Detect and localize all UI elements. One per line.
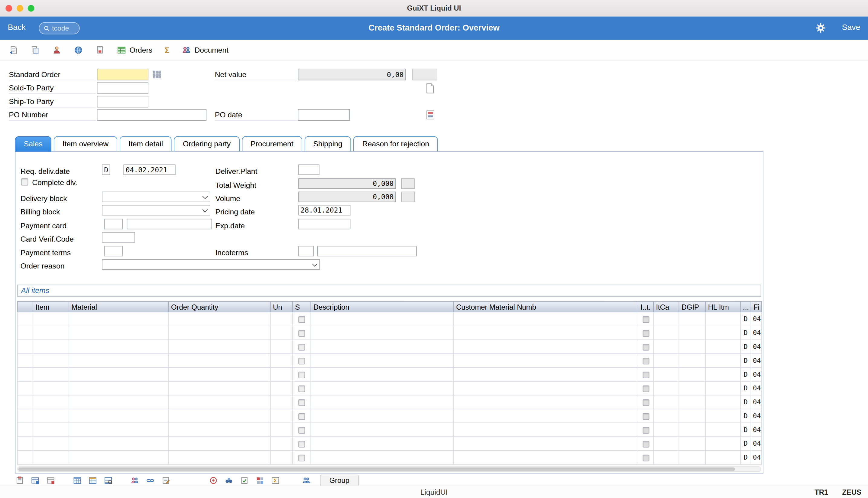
it-checkbox[interactable]	[642, 344, 649, 351]
description-cell[interactable]	[311, 367, 454, 381]
tab-procurement[interactable]: Procurement	[242, 136, 302, 151]
itca-cell[interactable]	[653, 312, 679, 326]
date-type-cell[interactable]: D	[740, 353, 751, 367]
date-type-cell[interactable]: D	[740, 423, 751, 437]
standard-order-input[interactable]	[97, 69, 148, 80]
item-cell[interactable]	[33, 409, 69, 423]
dgip-cell[interactable]	[679, 395, 705, 409]
it-cell[interactable]	[638, 423, 653, 437]
item-cell[interactable]	[33, 367, 69, 381]
un-cell[interactable]	[270, 340, 293, 354]
colored-document-icon[interactable]	[426, 110, 435, 120]
row-selector[interactable]	[17, 367, 33, 381]
s-checkbox[interactable]	[298, 371, 305, 378]
un-cell[interactable]	[270, 367, 293, 381]
order-quantity-cell[interactable]	[169, 409, 270, 423]
it-cell[interactable]	[638, 450, 653, 464]
material-cell[interactable]	[69, 312, 169, 326]
first-date-cell[interactable]: 04	[751, 423, 762, 437]
description-cell[interactable]	[311, 423, 454, 437]
description-cell[interactable]	[311, 353, 454, 367]
it-checkbox[interactable]	[642, 385, 649, 392]
window-minimize-button[interactable]	[17, 5, 23, 12]
date-type-cell[interactable]: D	[740, 312, 751, 326]
tab-item-overview[interactable]: Item overview	[53, 136, 117, 151]
customer-material-cell[interactable]	[454, 409, 638, 423]
order-quantity-cell[interactable]	[169, 437, 270, 450]
it-checkbox[interactable]	[642, 316, 649, 323]
hl-itm-cell[interactable]	[705, 450, 740, 464]
column-header-it[interactable]: I..t.	[638, 301, 653, 312]
date-type-cell[interactable]: D	[740, 437, 751, 450]
item-cell[interactable]	[33, 450, 69, 464]
column-header-itca[interactable]: ItCa	[653, 301, 679, 312]
window-zoom-button[interactable]	[28, 5, 35, 12]
po-number-input[interactable]	[97, 109, 207, 121]
s-cell[interactable]	[293, 423, 311, 437]
column-header-fi[interactable]: Fi	[751, 301, 762, 312]
customer-material-cell[interactable]	[454, 353, 638, 367]
description-cell[interactable]	[311, 381, 454, 395]
customer-material-cell[interactable]	[454, 381, 638, 395]
order-quantity-cell[interactable]	[169, 381, 270, 395]
table-insert-icon[interactable]	[73, 476, 81, 484]
order-quantity-cell[interactable]	[169, 423, 270, 437]
payment-card-type-input[interactable]	[104, 219, 123, 229]
target-icon[interactable]	[209, 476, 217, 484]
item-cell[interactable]	[33, 395, 69, 409]
s-cell[interactable]	[293, 437, 311, 450]
incoterms-part2-input[interactable]	[317, 246, 417, 257]
material-cell[interactable]	[69, 340, 169, 354]
item-cell[interactable]	[33, 381, 69, 395]
grid-icon[interactable]	[256, 476, 264, 484]
items-hscrollbar[interactable]	[17, 466, 761, 472]
material-cell[interactable]	[69, 367, 169, 381]
s-checkbox[interactable]	[298, 316, 305, 323]
un-cell[interactable]	[270, 381, 293, 395]
row-selector[interactable]	[17, 450, 33, 464]
sum-icon[interactable]: Σ	[164, 45, 170, 55]
it-cell[interactable]	[638, 437, 653, 450]
itca-cell[interactable]	[653, 367, 679, 381]
item-cell[interactable]	[33, 437, 69, 450]
s-cell[interactable]	[293, 367, 311, 381]
billing-block-select[interactable]	[102, 205, 210, 215]
order-quantity-cell[interactable]	[169, 395, 270, 409]
hl-itm-cell[interactable]	[705, 381, 740, 395]
s-checkbox[interactable]	[298, 455, 305, 461]
material-cell[interactable]	[69, 381, 169, 395]
dgip-cell[interactable]	[679, 340, 705, 354]
hl-itm-cell[interactable]	[705, 437, 740, 450]
table-detail-icon[interactable]	[104, 476, 112, 484]
it-cell[interactable]	[638, 340, 653, 354]
customer-material-cell[interactable]	[454, 312, 638, 326]
hl-itm-cell[interactable]	[705, 353, 740, 367]
card-verif-code-input[interactable]	[102, 232, 135, 243]
first-date-cell[interactable]: 04	[751, 340, 762, 354]
order-quantity-cell[interactable]	[169, 312, 270, 326]
it-checkbox[interactable]	[642, 357, 649, 364]
date-type-cell[interactable]: D	[740, 395, 751, 409]
s-checkbox[interactable]	[298, 385, 305, 392]
column-header-order-quantity[interactable]: Order Quantity	[169, 301, 270, 312]
dgip-cell[interactable]	[679, 353, 705, 367]
customer-material-cell[interactable]	[454, 437, 638, 450]
dgip-cell[interactable]	[679, 409, 705, 423]
binoculars-icon[interactable]	[225, 476, 233, 484]
group-button[interactable]: Group	[320, 475, 359, 486]
hl-itm-cell[interactable]	[705, 395, 740, 409]
itca-cell[interactable]	[653, 450, 679, 464]
it-checkbox[interactable]	[642, 371, 649, 378]
itca-cell[interactable]	[653, 437, 679, 450]
row-selector[interactable]	[17, 312, 33, 326]
first-date-cell[interactable]: 04	[751, 437, 762, 450]
business-partner-icon[interactable]	[52, 45, 61, 55]
tab-item-detail[interactable]: Item detail	[120, 136, 172, 151]
dgip-cell[interactable]	[679, 367, 705, 381]
s-cell[interactable]	[293, 450, 311, 464]
dgip-cell[interactable]	[679, 312, 705, 326]
globe-icon[interactable]	[74, 45, 83, 55]
orders-button[interactable]: Orders	[117, 45, 152, 55]
dgip-cell[interactable]	[679, 381, 705, 395]
it-checkbox[interactable]	[642, 399, 649, 406]
